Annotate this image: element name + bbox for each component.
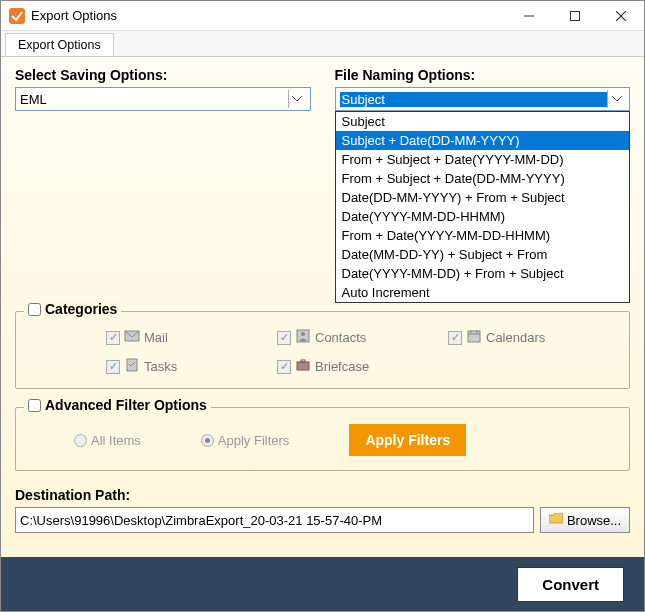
file-naming-option-list[interactable]: SubjectSubject + Date(DD-MM-YYYY)From + …	[335, 111, 631, 303]
svg-rect-8	[468, 331, 480, 342]
file-naming-option[interactable]: From + Subject + Date(DD-MM-YYYY)	[336, 169, 630, 188]
file-naming-value: Subject	[340, 92, 608, 107]
destination-path-input[interactable]	[15, 507, 534, 533]
calendar-icon	[466, 328, 482, 347]
saving-options-label: Select Saving Options:	[15, 67, 311, 83]
saving-options-group: Select Saving Options: EML	[15, 67, 311, 111]
advanced-filter-legend: Advanced Filter Options	[24, 397, 211, 413]
category-calendars: ✓ Calendars	[448, 328, 619, 347]
file-naming-group: File Naming Options: Subject SubjectSubj…	[335, 67, 631, 111]
checkbox-icon: ✓	[277, 331, 291, 345]
chevron-down-icon	[607, 90, 625, 108]
categories-legend: Categories	[24, 301, 121, 317]
categories-checkbox[interactable]	[28, 303, 41, 316]
category-contacts-label: Contacts	[315, 330, 366, 345]
file-naming-dropdown[interactable]: Subject SubjectSubject + Date(DD-MM-YYYY…	[335, 87, 631, 111]
advanced-filter-fieldset: Advanced Filter Options All Items Apply …	[15, 407, 630, 471]
folder-icon	[549, 513, 563, 528]
svg-rect-13	[297, 362, 309, 370]
checkbox-icon: ✓	[106, 331, 120, 345]
browse-button-label: Browse...	[567, 513, 621, 528]
category-tasks-label: Tasks	[144, 359, 177, 374]
content-area: Select Saving Options: EML File Naming O…	[1, 57, 644, 557]
titlebar: Export Options	[1, 1, 644, 31]
file-naming-option[interactable]: Date(DD-MM-YYYY) + From + Subject	[336, 188, 630, 207]
file-naming-option[interactable]: Auto Increment	[336, 283, 630, 302]
tab-export-options[interactable]: Export Options	[5, 33, 114, 56]
category-tasks: ✓ Tasks	[106, 357, 277, 376]
apply-filters-radio-label: Apply Filters	[218, 433, 290, 448]
file-naming-option[interactable]: Date(YYYY-MM-DD) + From + Subject	[336, 264, 630, 283]
footer: Convert	[1, 557, 644, 611]
categories-legend-text: Categories	[45, 301, 117, 317]
categories-fieldset: Categories ✓ Mail ✓ Contacts ✓ Calendars	[15, 311, 630, 389]
destination-label: Destination Path:	[15, 487, 630, 503]
window-controls	[506, 1, 644, 31]
tab-strip: Export Options	[1, 31, 644, 57]
file-naming-option[interactable]: From + Date(YYYY-MM-DD-HHMM)	[336, 226, 630, 245]
category-contacts: ✓ Contacts	[277, 328, 448, 347]
saving-options-value: EML	[20, 92, 288, 107]
advanced-filter-legend-text: Advanced Filter Options	[45, 397, 207, 413]
all-items-label: All Items	[91, 433, 141, 448]
saving-options-dropdown[interactable]: EML	[15, 87, 311, 111]
svg-rect-14	[301, 360, 305, 362]
svg-rect-0	[9, 8, 25, 24]
file-naming-label: File Naming Options:	[335, 67, 631, 83]
chevron-down-icon	[288, 90, 306, 108]
destination-group: Destination Path: Browse...	[15, 487, 630, 533]
file-naming-option[interactable]: Date(YYYY-MM-DD-HHMM)	[336, 207, 630, 226]
tasks-icon	[124, 357, 140, 376]
file-naming-option[interactable]: From + Subject + Date(YYYY-MM-DD)	[336, 150, 630, 169]
mail-icon	[124, 328, 140, 347]
radio-icon	[201, 434, 214, 447]
apply-filters-button[interactable]: Apply Filters	[349, 424, 466, 456]
category-briefcase-label: Briefcase	[315, 359, 369, 374]
browse-button[interactable]: Browse...	[540, 507, 630, 533]
all-items-radio: All Items	[74, 433, 141, 448]
advanced-filter-checkbox[interactable]	[28, 399, 41, 412]
convert-button[interactable]: Convert	[517, 567, 624, 602]
checkbox-icon: ✓	[106, 360, 120, 374]
checkbox-icon: ✓	[277, 360, 291, 374]
maximize-button[interactable]	[552, 1, 598, 31]
category-calendars-label: Calendars	[486, 330, 545, 345]
app-icon	[9, 8, 25, 24]
category-mail: ✓ Mail	[106, 328, 277, 347]
minimize-button[interactable]	[506, 1, 552, 31]
briefcase-icon	[295, 357, 311, 376]
close-button[interactable]	[598, 1, 644, 31]
contacts-icon	[295, 328, 311, 347]
category-briefcase: ✓ Briefcase	[277, 357, 448, 376]
file-naming-option[interactable]: Subject	[336, 112, 630, 131]
checkbox-icon: ✓	[448, 331, 462, 345]
radio-icon	[74, 434, 87, 447]
category-mail-label: Mail	[144, 330, 168, 345]
svg-rect-2	[571, 11, 580, 20]
file-naming-option[interactable]: Date(MM-DD-YY) + Subject + From	[336, 245, 630, 264]
apply-filters-radio: Apply Filters	[201, 433, 290, 448]
export-options-window: Export Options Export Options Select Sav…	[0, 0, 645, 612]
window-title: Export Options	[31, 8, 506, 23]
file-naming-option[interactable]: Subject + Date(DD-MM-YYYY)	[336, 131, 630, 150]
svg-point-7	[301, 332, 305, 336]
